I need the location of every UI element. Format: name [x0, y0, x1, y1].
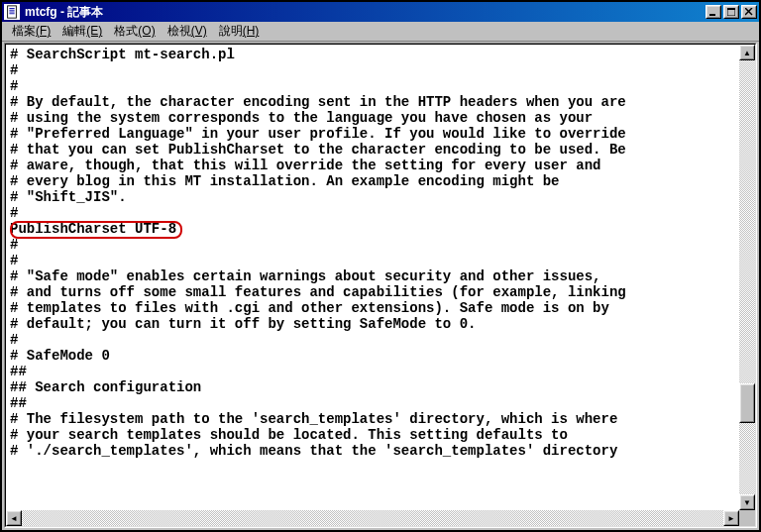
menubar: 檔案(F) 編輯(E) 格式(O) 檢視(V) 說明(H) — [2, 22, 759, 42]
scroll-right-button[interactable]: ► — [723, 510, 739, 526]
text-line: ## — [10, 395, 735, 411]
app-icon — [4, 4, 20, 20]
text-line: PublishCharset UTF-8 — [10, 221, 735, 237]
text-line: ## Search configuration — [10, 379, 735, 395]
scroll-track-vertical[interactable] — [739, 60, 755, 494]
text-line: # — [10, 332, 735, 348]
vertical-scrollbar[interactable]: ▲ ▼ — [739, 45, 755, 510]
minimize-button[interactable] — [706, 5, 721, 19]
text-line: # "Shift_JIS". — [10, 189, 735, 205]
scroll-corner — [739, 510, 755, 526]
window-controls — [706, 5, 757, 19]
menu-format[interactable]: 格式(O) — [108, 21, 161, 42]
maximize-button[interactable] — [723, 5, 739, 19]
text-area[interactable]: # SearchScript mt-search.pl### By defaul… — [6, 45, 739, 510]
scroll-up-button[interactable]: ▲ — [739, 45, 755, 60]
text-line: # — [10, 62, 735, 78]
arrow-up-icon: ▲ — [743, 49, 751, 57]
menu-edit[interactable]: 編輯(E) — [56, 21, 108, 42]
text-line: ## — [10, 364, 735, 379]
text-line: # your search templates should be locate… — [10, 427, 735, 443]
scroll-down-button[interactable]: ▼ — [739, 494, 755, 510]
text-line: # every blog in this MT installation. An… — [10, 173, 735, 189]
text-line: # — [10, 205, 735, 221]
text-line: # './search_templates', which means that… — [10, 443, 735, 459]
scroll-thumb-vertical[interactable] — [739, 383, 755, 423]
titlebar[interactable]: mtcfg - 記事本 — [2, 2, 759, 22]
arrow-down-icon: ▼ — [743, 498, 751, 507]
menu-view[interactable]: 檢視(V) — [162, 21, 213, 42]
text-line: # that you can set PublishCharset to the… — [10, 142, 735, 158]
svg-rect-5 — [709, 14, 715, 16]
text-line: # aware, though, that this will override… — [10, 158, 735, 173]
menu-file[interactable]: 檔案(F) — [6, 21, 56, 42]
window-title: mtcfg - 記事本 — [23, 4, 706, 21]
text-line: # "Safe mode" enables certain warnings a… — [10, 268, 735, 284]
text-line: # templates to files with .cgi and other… — [10, 300, 735, 316]
svg-rect-7 — [727, 8, 735, 10]
text-line: # and turns off some small features and … — [10, 284, 735, 300]
text-line: # "Preferred Language" in your user prof… — [10, 126, 735, 142]
text-line: # — [10, 253, 735, 268]
close-button[interactable] — [741, 5, 757, 19]
arrow-right-icon: ► — [727, 514, 735, 523]
editor-container: # SearchScript mt-search.pl### By defaul… — [4, 43, 757, 528]
text-line: # By default, the character encoding sen… — [10, 94, 735, 110]
notepad-window: mtcfg - 記事本 檔案(F) 編輯(E) 格式(O) 檢視(V) 說明(H… — [1, 1, 760, 531]
text-line: # — [10, 237, 735, 253]
text-line: # — [10, 78, 735, 94]
text-line: # using the system corresponds to the la… — [10, 110, 735, 126]
arrow-left-icon: ◄ — [10, 514, 18, 523]
text-line: # The filesystem path to the 'search_tem… — [10, 411, 735, 427]
text-line: # default; you can turn it off by settin… — [10, 316, 735, 332]
text-line: # SearchScript mt-search.pl — [10, 47, 735, 62]
text-line: # SafeMode 0 — [10, 348, 735, 364]
scroll-track-horizontal[interactable] — [22, 510, 723, 526]
menu-help[interactable]: 說明(H) — [213, 21, 266, 42]
horizontal-scrollbar[interactable]: ◄ ► — [6, 510, 739, 526]
scroll-left-button[interactable]: ◄ — [6, 510, 22, 526]
